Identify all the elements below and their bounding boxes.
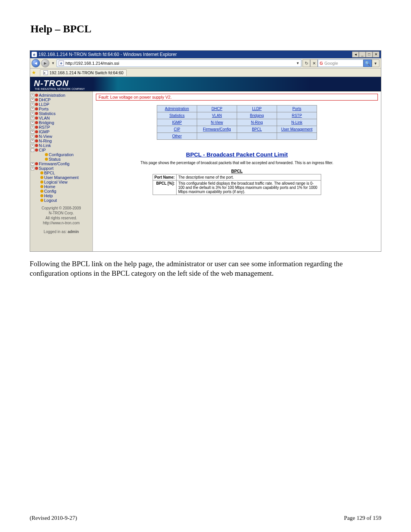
search-button[interactable]: 🔍 [363,59,372,67]
sidebar-item[interactable]: +Statistics [31,111,92,116]
help-link[interactable]: N-Link [292,120,303,125]
sidebar-item[interactable]: +Bridging [31,120,92,125]
help-link-cell[interactable]: Bridging [237,112,277,119]
expand-collapse-icon[interactable]: + [31,117,34,120]
sidebar-item-label: DHCP [39,97,51,102]
sidebar-item[interactable]: Help [35,193,92,198]
sidebar-item[interactable]: -CIP [31,148,92,152]
help-link-cell[interactable]: DHCP [197,105,237,112]
help-link-cell[interactable]: N-Ring [237,119,277,126]
sidebar-item[interactable]: +Ports [31,107,92,111]
bullet-icon [35,126,38,129]
scroll-left-button[interactable]: ◂ [352,51,359,58]
help-link-cell[interactable]: User Management [277,126,317,133]
help-link[interactable]: N-View [211,120,223,125]
help-link[interactable]: Statistics [169,113,185,118]
help-link[interactable]: LLDP [252,107,261,111]
help-link[interactable]: RSTP [292,113,302,118]
sidebar-item[interactable]: +LLDP [31,102,92,107]
help-link-cell [197,133,237,140]
expand-collapse-icon[interactable]: + [31,98,34,102]
sidebar-item[interactable]: BPCL [35,171,92,175]
expand-collapse-icon[interactable]: + [31,126,34,129]
window-titlebar: e 192.168.1.214 N-TRON Switch fd:64:60 -… [30,51,381,58]
sidebar-item-label: LLDP [39,102,49,107]
expand-collapse-icon[interactable]: + [31,167,34,170]
sidebar-item[interactable]: +Firmware/Config [31,161,92,166]
sidebar-item[interactable]: +VLAN [31,116,92,120]
favorites-star-icon[interactable]: ★ [32,70,38,76]
help-link[interactable]: Firmware/Config [203,127,231,131]
history-dropdown-icon[interactable]: ▼ [51,61,56,65]
address-dropdown-icon[interactable]: ▼ [296,61,299,65]
expand-collapse-icon[interactable]: + [31,162,34,166]
search-dropdown-icon[interactable]: ▾ [372,59,379,67]
help-link[interactable]: DHCP [212,107,222,111]
expand-collapse-icon[interactable]: + [31,103,34,106]
help-link[interactable]: Administration [165,107,189,111]
sidebar-item[interactable]: +N-Ring [31,139,92,143]
help-link[interactable]: VLAN [212,113,222,118]
expand-collapse-icon[interactable]: + [31,94,34,97]
expand-collapse-icon[interactable]: + [31,144,34,147]
sidebar-item[interactable]: +RSTP [31,125,92,129]
sidebar-item-label: Support [39,166,54,171]
expand-collapse-icon[interactable]: + [31,139,34,143]
help-link-cell[interactable]: Statistics [157,112,197,119]
forward-button[interactable]: ► [41,59,49,67]
help-link-cell[interactable]: CIP [157,126,197,133]
help-link[interactable]: N-Ring [251,120,263,125]
footer-line: http://www.n-tron.com [32,220,90,225]
search-provider-text: Google [325,61,338,66]
bullet-icon [40,181,43,184]
sidebar-item[interactable]: Logout [35,198,92,203]
sidebar-item[interactable]: +Administration [31,93,92,97]
help-link[interactable]: IGMP [172,120,182,125]
help-link[interactable]: CIP [174,127,180,131]
help-link-cell[interactable]: VLAN [197,112,237,119]
sidebar-item[interactable]: Config [35,189,92,193]
sidebar-item[interactable]: +IGMP [31,129,92,134]
sidebar-item[interactable]: Logical View [35,180,92,184]
help-link-cell[interactable]: IGMP [157,119,197,126]
maximize-button[interactable]: □ [366,51,373,58]
help-link-cell[interactable]: Ports [277,105,317,112]
help-link-cell[interactable]: Firmware/Config [197,126,237,133]
sidebar-item[interactable]: User Management [35,175,92,180]
sidebar-item[interactable]: Status [40,157,92,161]
sidebar-item[interactable]: +Support [31,166,92,171]
sidebar-item[interactable]: Home [35,184,92,189]
stop-button[interactable]: ✕ [310,59,318,67]
back-button[interactable]: ◄ [32,59,40,67]
expand-collapse-icon[interactable]: + [31,121,34,125]
expand-collapse-icon[interactable]: + [31,130,34,134]
help-link[interactable]: BPCL [252,127,262,131]
browser-tab[interactable]: e 192.168.1.214 N-TRON Switch fd:64:60 [40,69,127,76]
expand-collapse-icon[interactable]: + [31,107,34,111]
help-link[interactable]: Bridging [250,113,264,118]
expand-collapse-icon[interactable]: + [31,135,34,138]
help-link-cell[interactable]: Administration [157,105,197,112]
help-link-cell[interactable]: RSTP [277,112,317,119]
search-box[interactable]: G Google [318,59,363,67]
sidebar-item[interactable]: +N-View [31,134,92,139]
help-link-cell[interactable]: LLDP [237,105,277,112]
help-link-cell[interactable]: N-View [197,119,237,126]
help-link-cell[interactable]: BPCL [237,126,277,133]
help-link-cell[interactable]: Other [157,133,197,140]
help-link[interactable]: User Management [281,127,312,131]
sidebar-item-label: Statistics [39,111,56,116]
sidebar-item[interactable]: +DHCP [31,97,92,102]
expand-collapse-icon[interactable]: + [31,112,34,115]
sidebar-item[interactable]: Configuration [40,152,92,157]
close-button[interactable]: ✕ [373,51,379,58]
address-bar[interactable]: e http://192.168.1.214/main.ssi ▼ [57,59,301,67]
expand-collapse-icon[interactable]: - [31,149,34,152]
sidebar-item[interactable]: +N-Link [31,143,92,148]
minimize-button[interactable]: _ [359,51,366,58]
help-link-cell[interactable]: N-Link [277,119,317,126]
refresh-button[interactable]: ↻ [303,59,310,67]
help-link[interactable]: Ports [292,107,301,111]
help-link[interactable]: Other [172,134,182,138]
page-footer: (Revised 2010-9-27) Page 129 of 159 [23,515,388,521]
